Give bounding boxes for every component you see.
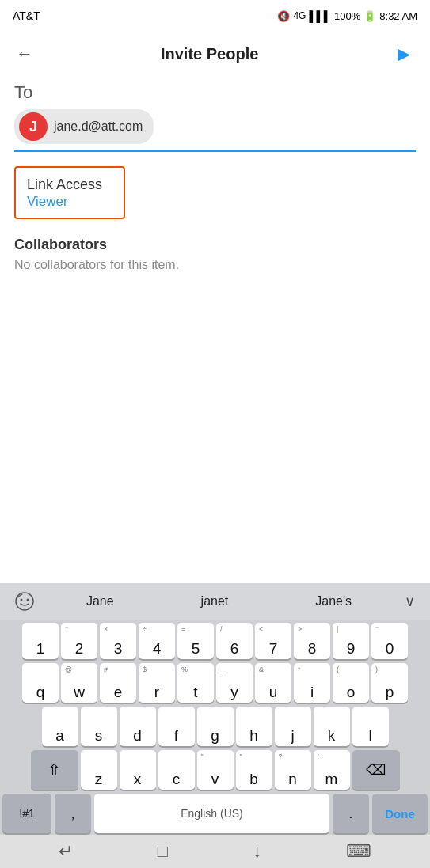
- no-collaborators-text: No collaborators for this item.: [14, 258, 416, 272]
- battery-icon: 🔋: [363, 10, 376, 22]
- link-access-role: Viewer: [27, 194, 112, 210]
- key-e[interactable]: #e: [100, 663, 136, 703]
- time-label: 8:32 AM: [379, 10, 417, 22]
- done-key[interactable]: Done: [372, 794, 428, 833]
- key-a[interactable]: a: [42, 707, 78, 746]
- back-button[interactable]: ←: [10, 37, 40, 70]
- app-bar: ← Invite People ►: [0, 32, 430, 76]
- key-8[interactable]: >8: [294, 623, 330, 659]
- key-w[interactable]: @w: [61, 663, 97, 703]
- key-d[interactable]: d: [120, 707, 156, 746]
- bottom-row: !#1 , English (US) . Done: [2, 794, 428, 833]
- key-c[interactable]: c: [158, 750, 195, 790]
- signal-icon: ▌▌▌: [309, 10, 331, 22]
- key-l[interactable]: l: [352, 707, 389, 746]
- key-n[interactable]: ?n: [275, 750, 311, 790]
- key-f[interactable]: f: [158, 707, 195, 746]
- send-button[interactable]: ►: [387, 36, 420, 73]
- key-m[interactable]: !m: [314, 750, 350, 790]
- key-o[interactable]: (o: [333, 663, 369, 703]
- email-chip[interactable]: J jane.d@att.com: [14, 109, 154, 144]
- data-icon: 4G: [293, 10, 306, 21]
- suggestion-2[interactable]: Jane's: [306, 591, 361, 612]
- key-x[interactable]: x: [120, 750, 156, 790]
- key-k[interactable]: k: [314, 707, 350, 746]
- to-label: To: [14, 82, 416, 103]
- comma-key[interactable]: ,: [55, 794, 91, 833]
- nav-home-icon[interactable]: □: [158, 841, 168, 862]
- key-6[interactable]: /6: [216, 623, 253, 659]
- mute-icon: 🔇: [277, 10, 290, 22]
- key-9[interactable]: |9: [333, 623, 369, 659]
- key-2[interactable]: ⁺2: [61, 623, 97, 659]
- key-r[interactable]: $r: [139, 663, 175, 703]
- shift-key[interactable]: ⇧: [31, 750, 78, 790]
- key-j[interactable]: j: [275, 707, 311, 746]
- svg-point-2: [27, 599, 29, 601]
- key-g[interactable]: g: [197, 707, 234, 746]
- key-z[interactable]: z: [81, 750, 117, 790]
- key-u[interactable]: &u: [255, 663, 291, 703]
- key-7[interactable]: <7: [255, 623, 291, 659]
- collaborators-label: Collaborators: [14, 237, 416, 253]
- keyboard: Jane janet Jane's ∨ 1 ⁺2 ×3 ÷4 =5 /6 <7 …: [0, 583, 430, 835]
- svg-point-0: [16, 593, 33, 610]
- key-q[interactable]: q: [22, 663, 59, 703]
- link-access-title: Link Access: [27, 176, 112, 194]
- link-access-box[interactable]: Link Access Viewer: [14, 166, 125, 219]
- main-content: To J jane.d@att.com Link Access Viewer C…: [0, 76, 430, 272]
- number-row: 1 ⁺2 ×3 ÷4 =5 /6 <7 >8 |9 ⁻0: [2, 623, 428, 659]
- key-b[interactable]: "b: [236, 750, 272, 790]
- carrier-label: AT&T: [13, 9, 40, 22]
- row-asdf: a s d f g h j k l: [2, 707, 428, 746]
- row-zxcvbnm: ⇧ z x c "v "b ?n !m ⌫: [2, 750, 428, 790]
- suggestion-0[interactable]: Jane: [77, 591, 124, 612]
- page-title: Invite People: [40, 45, 379, 63]
- suggestions-words: Jane janet Jane's: [43, 591, 395, 612]
- key-rows: 1 ⁺2 ×3 ÷4 =5 /6 <7 >8 |9 ⁻0 q @w #e $r …: [0, 620, 430, 835]
- status-right: 🔇 4G ▌▌▌ 100% 🔋 8:32 AM: [277, 10, 417, 22]
- space-key[interactable]: English (US): [94, 794, 329, 833]
- suggestions-row: Jane janet Jane's ∨: [0, 583, 430, 620]
- key-1[interactable]: 1: [22, 623, 59, 659]
- key-t[interactable]: %t: [177, 663, 214, 703]
- key-h[interactable]: h: [236, 707, 272, 746]
- key-5[interactable]: =5: [177, 623, 214, 659]
- key-0[interactable]: ⁻0: [371, 623, 408, 659]
- svg-point-1: [21, 599, 23, 601]
- symbol-key[interactable]: !#1: [2, 794, 51, 833]
- avatar: J: [19, 112, 48, 141]
- status-bar: AT&T 🔇 4G ▌▌▌ 100% 🔋 8:32 AM: [0, 0, 430, 32]
- nav-bar: ↵ □ ↓ ⌨: [0, 835, 430, 868]
- key-p[interactable]: )p: [371, 663, 408, 703]
- row-qwerty: q @w #e $r %t _y &u *i (o )p: [2, 663, 428, 703]
- chip-email-text: jane.d@att.com: [54, 119, 143, 134]
- emoji-button[interactable]: [6, 583, 43, 620]
- expand-suggestions-button[interactable]: ∨: [395, 587, 424, 616]
- key-y[interactable]: _y: [216, 663, 253, 703]
- key-3[interactable]: ×3: [100, 623, 136, 659]
- nav-recents-icon[interactable]: ↓: [253, 841, 261, 862]
- key-v[interactable]: "v: [197, 750, 234, 790]
- key-4[interactable]: ÷4: [139, 623, 175, 659]
- battery-label: 100%: [334, 10, 360, 22]
- nav-back-icon[interactable]: ↵: [59, 841, 73, 862]
- key-i[interactable]: *i: [294, 663, 330, 703]
- key-s[interactable]: s: [81, 707, 117, 746]
- suggestion-1[interactable]: janet: [192, 591, 238, 612]
- nav-keyboard-icon[interactable]: ⌨: [346, 841, 371, 862]
- period-key[interactable]: .: [333, 794, 369, 833]
- delete-key[interactable]: ⌫: [352, 750, 400, 790]
- email-chip-row: J jane.d@att.com: [14, 109, 416, 152]
